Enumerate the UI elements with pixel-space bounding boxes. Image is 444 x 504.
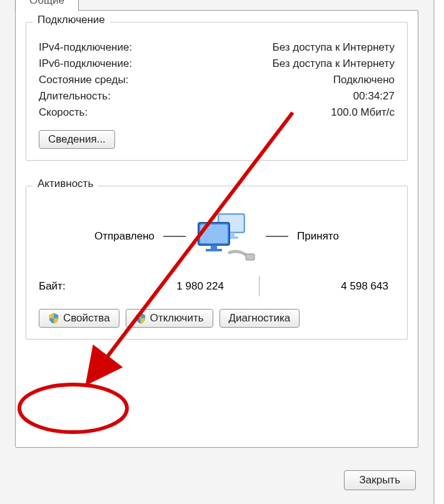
row-duration: Длительность: 00:34:27 xyxy=(39,90,395,103)
bytes-row: Байт: 1 980 224 4 598 643 xyxy=(39,276,395,296)
svg-rect-7 xyxy=(206,249,222,251)
bytes-label: Байт: xyxy=(39,280,108,293)
activity-header-row: Отправлено xyxy=(39,211,395,261)
tab-general[interactable]: Общие xyxy=(15,0,79,11)
svg-rect-5 xyxy=(200,224,228,243)
label-speed: Скорость: xyxy=(39,106,88,119)
shield-icon xyxy=(48,313,59,324)
label-ipv4: IPv4-подключение: xyxy=(39,41,132,54)
properties-button-label: Свойства xyxy=(63,312,110,325)
diagnose-button-label: Диагностика xyxy=(229,312,291,325)
value-ipv4: Без доступа к Интернету xyxy=(272,41,395,54)
tab-general-label: Общие xyxy=(29,0,64,6)
properties-button[interactable]: Свойства xyxy=(39,309,119,328)
shield-icon xyxy=(135,313,146,324)
diagnose-button[interactable]: Диагностика xyxy=(219,309,300,328)
label-media-state: Состояние среды: xyxy=(39,74,128,86)
group-activity: Активность Отправлено xyxy=(26,186,408,340)
value-speed: 100.0 Мбит/с xyxy=(331,106,395,119)
bytes-divider xyxy=(259,276,260,296)
group-connection: Подключение IPv4-подключение: Без доступ… xyxy=(26,22,408,161)
dash-right xyxy=(266,236,288,237)
disable-button-label: Отключить xyxy=(150,312,204,325)
bytes-sent-value: 1 980 224 xyxy=(108,280,246,293)
details-button[interactable]: Сведения... xyxy=(39,130,115,149)
value-media-state: Подключено xyxy=(333,74,395,86)
close-button[interactable]: Закрыть xyxy=(344,470,416,490)
group-connection-title: Подключение xyxy=(33,14,110,26)
connection-status-dialog: Общие Подключение IPv4-подключение: Без … xyxy=(0,0,435,504)
row-speed: Скорость: 100.0 Мбит/с xyxy=(39,106,395,119)
label-duration: Длительность: xyxy=(39,90,111,103)
activity-buttons: Свойства Отключить Диагно xyxy=(39,309,395,328)
tab-panel: Подключение IPv4-подключение: Без доступ… xyxy=(15,10,418,448)
close-button-label: Закрыть xyxy=(360,474,400,486)
value-duration: 00:34:27 xyxy=(353,90,395,103)
row-ipv4: IPv4-подключение: Без доступа к Интернет… xyxy=(39,41,395,54)
network-computers-icon xyxy=(194,211,257,261)
svg-rect-6 xyxy=(211,245,217,249)
label-ipv6: IPv6-подключение: xyxy=(39,58,132,70)
svg-rect-8 xyxy=(246,254,255,260)
row-media-state: Состояние среды: Подключено xyxy=(39,74,395,86)
dash-left xyxy=(163,236,186,237)
value-ipv6: Без доступа к Интернету xyxy=(272,58,395,70)
received-label: Принято xyxy=(297,230,339,243)
sent-label: Отправлено xyxy=(94,230,154,243)
details-button-label: Сведения... xyxy=(48,133,106,146)
row-ipv6: IPv6-подключение: Без доступа к Интернет… xyxy=(39,58,395,70)
bytes-received-value: 4 598 643 xyxy=(272,280,395,293)
group-activity-title: Активность xyxy=(33,178,98,190)
disable-button[interactable]: Отключить xyxy=(126,309,213,328)
